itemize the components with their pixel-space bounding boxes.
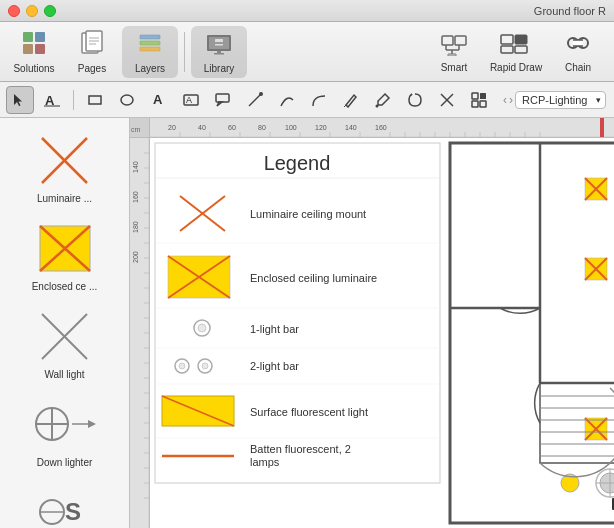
ruler-left: 140 160 180 200: [130, 138, 150, 528]
lasso-tool[interactable]: [401, 86, 429, 114]
layers-icon: [136, 29, 164, 61]
smart-icon: [438, 30, 470, 60]
svg-point-47: [376, 104, 379, 107]
svg-text:Luminaire ceiling mount: Luminaire ceiling mount: [250, 208, 366, 220]
svg-rect-27: [501, 46, 513, 53]
maximize-button[interactable]: [44, 5, 56, 17]
pages-button[interactable]: Pages: [64, 26, 120, 78]
text-block-tool[interactable]: A: [145, 86, 173, 114]
svg-rect-51: [472, 93, 478, 99]
svg-rect-52: [480, 93, 486, 99]
arc-tool[interactable]: [305, 86, 333, 114]
toolbar-separator: [184, 32, 185, 72]
shapes-panel: Luminaire ... Enclosed ce ... Wall li: [0, 118, 130, 528]
svg-marker-34: [14, 94, 22, 106]
rapid-draw-button[interactable]: Rapid Draw: [486, 26, 546, 78]
svg-rect-31: [573, 40, 583, 46]
crop-tool[interactable]: [433, 86, 461, 114]
minimize-button[interactable]: [26, 5, 38, 17]
solutions-button[interactable]: Solutions: [6, 26, 62, 78]
down-lighter-icon: [30, 394, 100, 454]
svg-rect-53: [472, 101, 478, 107]
smart-label: Smart: [441, 62, 468, 73]
solutions-label: Solutions: [13, 63, 54, 74]
wall-light-label: Wall light: [44, 369, 84, 380]
svg-rect-24: [448, 54, 456, 56]
ruler-top: 20 40 60 80 100 120 140 160: [150, 118, 614, 138]
pages-icon: [79, 29, 105, 61]
chain-icon: [563, 30, 593, 60]
drawing-canvas[interactable]: Legend Luminaire ceiling mount Enclosed …: [150, 138, 614, 528]
svg-rect-26: [515, 35, 527, 44]
svg-text:40: 40: [198, 124, 206, 131]
rect-tool[interactable]: [81, 86, 109, 114]
breadcrumb-item[interactable]: RCP-Lighting: [515, 91, 606, 109]
svg-rect-13: [209, 37, 229, 49]
canvas-area[interactable]: cm 20 40 60 80 100 120 140 160: [130, 118, 614, 528]
chain-button[interactable]: Chain: [548, 26, 608, 78]
secondary-toolbar: A A A: [0, 82, 614, 118]
svg-rect-16: [217, 51, 221, 53]
svg-text:100: 100: [285, 124, 297, 131]
breadcrumb-forward[interactable]: ›: [509, 93, 513, 107]
library-button[interactable]: Library: [191, 26, 247, 78]
wall-light-shape[interactable]: Wall light: [8, 302, 122, 384]
svg-text:Batten fluorescent, 2: Batten fluorescent, 2: [250, 443, 351, 455]
more-tools[interactable]: [465, 86, 493, 114]
window-title: Ground floor R: [534, 5, 606, 17]
svg-rect-19: [455, 36, 466, 45]
line-tool[interactable]: [241, 86, 269, 114]
svg-rect-15: [215, 44, 223, 46]
ellipse-tool[interactable]: [113, 86, 141, 114]
rapid-draw-icon: [499, 30, 533, 60]
titlebar: Ground floor R: [0, 0, 614, 22]
svg-line-44: [249, 94, 261, 106]
svg-line-48: [410, 94, 412, 96]
down-lighter-shape[interactable]: Down lighter: [8, 390, 122, 472]
wall-light-icon: [30, 306, 100, 366]
curve-tool[interactable]: [273, 86, 301, 114]
svg-text:lamps: lamps: [250, 456, 280, 468]
svg-rect-10: [140, 41, 160, 45]
callout-tool[interactable]: [209, 86, 237, 114]
svg-rect-17: [214, 53, 224, 55]
svg-text:160: 160: [375, 124, 387, 131]
svg-rect-18: [442, 36, 453, 45]
layers-button[interactable]: Layers: [122, 26, 178, 78]
breadcrumb-area: ‹ › RCP-Lighting: [503, 91, 606, 109]
library-icon: [204, 29, 234, 61]
svg-rect-0: [23, 32, 33, 42]
svg-text:1-light bar: 1-light bar: [250, 323, 299, 335]
pen-tool[interactable]: [337, 86, 365, 114]
svg-rect-28: [515, 46, 527, 53]
main-area: Luminaire ... Enclosed ce ... Wall li: [0, 118, 614, 528]
svg-rect-42: [216, 94, 229, 102]
luminaire-shape[interactable]: Luminaire ...: [8, 126, 122, 208]
svg-rect-25: [501, 35, 513, 44]
s-shape-item[interactable]: S S: [8, 478, 122, 528]
svg-text:180: 180: [132, 221, 139, 233]
breadcrumb-back[interactable]: ‹: [503, 93, 507, 107]
eyedrop-tool[interactable]: [369, 86, 397, 114]
svg-rect-97: [600, 118, 604, 138]
text-box-tool[interactable]: A: [177, 86, 205, 114]
close-button[interactable]: [8, 5, 20, 17]
s-shape-icon: S: [30, 482, 100, 528]
traffic-lights: [8, 5, 56, 17]
text-tool[interactable]: A: [38, 86, 66, 114]
select-tool[interactable]: [6, 86, 34, 114]
svg-text:140: 140: [132, 161, 139, 173]
svg-text:20: 20: [168, 124, 176, 131]
svg-text:80: 80: [258, 124, 266, 131]
layers-label: Layers: [135, 63, 165, 74]
svg-rect-127: [155, 143, 440, 483]
svg-point-146: [202, 363, 208, 369]
svg-point-144: [179, 363, 185, 369]
enclosed-ceiling-shape[interactable]: Enclosed ce ...: [8, 214, 122, 296]
smart-button[interactable]: Smart: [424, 26, 484, 78]
chain-label: Chain: [565, 62, 591, 73]
svg-text:Surface fluorescent light: Surface fluorescent light: [250, 406, 368, 418]
svg-text:A: A: [153, 92, 163, 107]
enclosed-ceiling-icon: [30, 218, 100, 278]
svg-rect-54: [480, 101, 486, 107]
